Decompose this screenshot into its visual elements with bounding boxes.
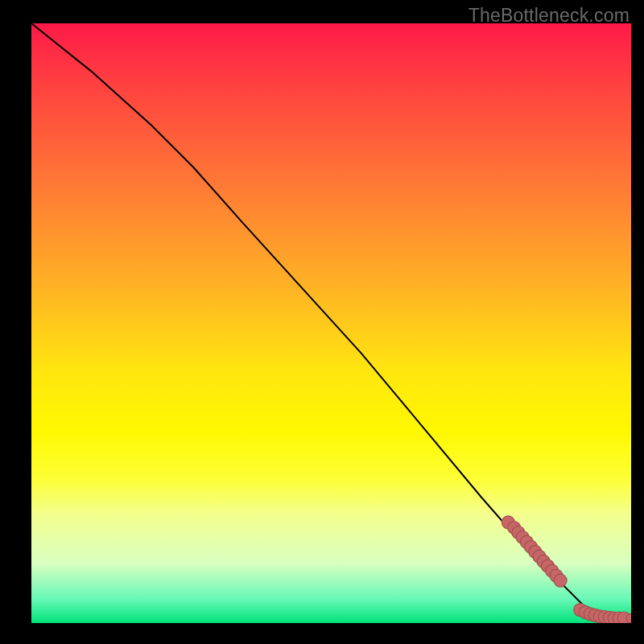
chart-curve [31,23,631,620]
chart-marker [537,555,550,568]
chart-marker [512,526,525,539]
chart-marker [554,574,567,587]
chart-marker [533,550,546,563]
chart-marker [579,606,592,619]
chart-markers [502,516,631,623]
chart-plot-area [31,23,631,623]
chart-marker [516,531,529,544]
chart-frame: TheBottleneck.com [0,0,644,644]
chart-marker [525,540,538,553]
chart-marker [584,608,597,621]
chart-marker [593,610,606,623]
chart-marker [613,612,625,623]
chart-marker [550,569,563,582]
chart-marker [508,522,521,535]
chart-marker [574,604,587,617]
chart-overlay [31,23,631,623]
chart-marker [603,611,616,623]
chart-marker [520,535,533,548]
chart-marker [626,613,631,623]
chart-marker [529,545,542,558]
chart-marker [541,559,554,572]
chart-marker [598,611,611,624]
chart-marker [588,609,601,621]
chart-marker [617,612,630,623]
chart-marker [608,612,621,623]
watermark-label: TheBottleneck.com [469,5,630,27]
chart-marker [546,564,559,577]
chart-marker [502,516,514,529]
